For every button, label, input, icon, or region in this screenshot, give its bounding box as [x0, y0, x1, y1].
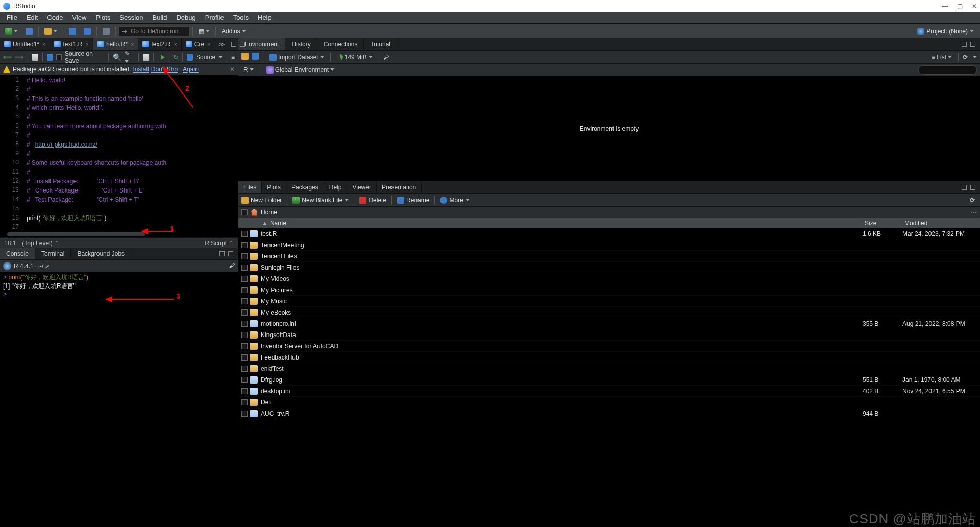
- editor-tab[interactable]: hello.R*×: [93, 38, 138, 50]
- file-row[interactable]: Inventor Server for AutoCAD: [238, 341, 980, 352]
- editor-hscrollbar[interactable]: [0, 231, 238, 237]
- file-checkbox[interactable]: [241, 354, 248, 361]
- env-search-input[interactable]: [918, 65, 977, 75]
- warning-close-button[interactable]: ✕: [230, 66, 235, 73]
- files-more-path-button[interactable]: ⋯: [971, 209, 977, 216]
- addins-button[interactable]: Addins: [218, 27, 249, 36]
- tab-close-button[interactable]: ×: [207, 41, 210, 47]
- wand-button[interactable]: ✎: [125, 50, 134, 64]
- tab-terminal[interactable]: Terminal: [35, 248, 71, 259]
- menu-view[interactable]: View: [67, 13, 91, 22]
- language-mode[interactable]: R Script: [205, 239, 227, 247]
- grid-button[interactable]: ▦: [195, 27, 213, 36]
- show-doc-button[interactable]: [32, 54, 38, 61]
- save-button[interactable]: [66, 27, 79, 36]
- tab-overflow-button[interactable]: ≫: [215, 38, 228, 50]
- file-row[interactable]: FeedbackHub: [238, 352, 980, 363]
- tab-console[interactable]: Console: [0, 248, 35, 259]
- source-on-save-checkbox[interactable]: [56, 54, 62, 60]
- env-max-button[interactable]: [970, 42, 975, 47]
- menu-debug[interactable]: Debug: [172, 13, 200, 22]
- env-refresh-button[interactable]: ⟳: [963, 54, 970, 61]
- console-min-button[interactable]: [219, 251, 225, 256]
- file-row[interactable]: My Music: [238, 296, 980, 307]
- editor-min-button[interactable]: [231, 42, 236, 47]
- delete-button[interactable]: Delete: [359, 197, 386, 204]
- file-checkbox[interactable]: [241, 399, 248, 405]
- file-row[interactable]: enkfTest: [238, 363, 980, 374]
- file-checkbox[interactable]: [241, 231, 248, 237]
- source-button[interactable]: Source: [196, 54, 215, 61]
- file-row[interactable]: Dfrg.log551 BJan 1, 1970, 8:00 AM: [238, 374, 980, 386]
- file-row[interactable]: TencentMeeting: [238, 239, 980, 251]
- console-clear-button[interactable]: 🖌: [227, 262, 235, 270]
- files-refresh-button[interactable]: ⟳: [970, 197, 977, 204]
- menu-plots[interactable]: Plots: [91, 13, 115, 22]
- nav-forward-button[interactable]: ⟹: [15, 54, 23, 61]
- minimize-button[interactable]: —: [942, 3, 948, 10]
- tab-help[interactable]: Help: [324, 181, 348, 193]
- new-file-button[interactable]: [2, 27, 21, 36]
- new-blank-file-button[interactable]: New Blank File: [292, 197, 349, 204]
- menu-profile[interactable]: Profile: [201, 13, 229, 22]
- tab-close-button[interactable]: ×: [174, 41, 177, 47]
- new-folder-button[interactable]: New Folder: [241, 197, 282, 204]
- env-list-toggle[interactable]: ≡ List: [929, 54, 954, 61]
- maximize-button[interactable]: ▢: [957, 3, 963, 10]
- file-checkbox[interactable]: [241, 309, 248, 316]
- new-project-button[interactable]: [22, 27, 36, 36]
- file-checkbox[interactable]: [241, 242, 248, 248]
- tab-plots[interactable]: Plots: [262, 181, 286, 193]
- files-min-button[interactable]: [962, 185, 967, 190]
- console-cwd[interactable]: ~/: [38, 262, 43, 270]
- env-load-button[interactable]: [241, 53, 249, 61]
- compile-button[interactable]: [143, 54, 149, 61]
- editor-max-button[interactable]: [240, 42, 245, 47]
- print-button[interactable]: [100, 27, 113, 36]
- tab-close-button[interactable]: ×: [131, 41, 134, 47]
- file-row[interactable]: test.R1.6 KBMar 24, 2023, 7:32 PM: [238, 228, 980, 239]
- home-icon[interactable]: [251, 209, 258, 216]
- warning-again-link[interactable]: Again: [183, 66, 199, 73]
- menu-code[interactable]: Code: [42, 13, 67, 22]
- tab-packages[interactable]: Packages: [286, 181, 324, 193]
- tab-presentation[interactable]: Presentation: [377, 181, 422, 193]
- file-checkbox[interactable]: [241, 298, 248, 304]
- tab-close-button[interactable]: ×: [85, 41, 88, 47]
- menu-help[interactable]: Help: [253, 13, 276, 22]
- file-checkbox[interactable]: [241, 377, 248, 383]
- console-output[interactable]: > print("你好，欢迎入坑R语言")[1] "你好，欢迎入坑R语言">: [0, 272, 238, 527]
- env-scope-global[interactable]: Global Environment: [264, 66, 336, 74]
- file-row[interactable]: motionpro.ini355 BAug 21, 2022, 8:08 PM: [238, 318, 980, 329]
- menu-file[interactable]: File: [2, 13, 22, 22]
- run-button[interactable]: [161, 55, 165, 60]
- file-row[interactable]: My Videos: [238, 273, 980, 284]
- menu-session[interactable]: Session: [115, 13, 148, 22]
- file-checkbox[interactable]: [241, 276, 248, 282]
- close-button[interactable]: ✕: [972, 3, 977, 10]
- file-row[interactable]: Tencent Files: [238, 251, 980, 262]
- file-checkbox[interactable]: [241, 287, 248, 293]
- editor-tab[interactable]: text2.R×: [138, 38, 181, 50]
- editor-tab[interactable]: text1.R×: [50, 38, 93, 50]
- editor-tab[interactable]: Untitled1*×: [0, 38, 50, 50]
- import-dataset-button[interactable]: Import Dataset: [267, 54, 326, 61]
- file-row[interactable]: Deli: [238, 397, 980, 408]
- env-min-button[interactable]: [962, 42, 967, 47]
- tab-background-jobs[interactable]: Background Jobs: [71, 248, 131, 259]
- open-file-button[interactable]: [41, 27, 60, 36]
- env-scope-r[interactable]: R: [241, 66, 256, 74]
- env-save-button[interactable]: [252, 53, 259, 61]
- breadcrumb-home[interactable]: Home: [261, 209, 277, 216]
- files-max-button[interactable]: [970, 185, 975, 190]
- tab-connections[interactable]: Connections: [317, 38, 364, 50]
- files-select-all-checkbox[interactable]: [241, 209, 248, 215]
- console-max-button[interactable]: [228, 251, 233, 256]
- tab-tutorial[interactable]: Tutorial: [364, 38, 397, 50]
- code-editor[interactable]: 1234567891011121314151617 # Hello, world…: [0, 75, 238, 231]
- file-checkbox[interactable]: [241, 332, 248, 338]
- warning-install-link[interactable]: Install: [133, 66, 149, 73]
- console-popup-icon[interactable]: ⇗: [44, 262, 50, 270]
- menu-build[interactable]: Build: [148, 13, 172, 22]
- file-row[interactable]: My eBooks: [238, 307, 980, 318]
